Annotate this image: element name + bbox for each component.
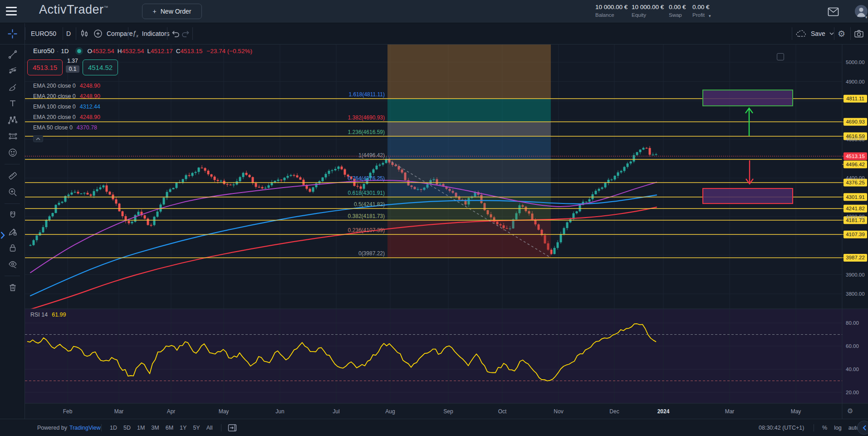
eye-hide-icon[interactable] (0, 256, 25, 272)
market-status-dot[interactable] (77, 49, 81, 53)
tradingview-link[interactable]: TradingView (69, 425, 101, 431)
undo-button[interactable] (171, 23, 180, 44)
chart-style-button[interactable] (79, 23, 89, 44)
indicator-name: EMA 200 close 0 (33, 93, 76, 99)
account-stat: 0.00 €Swap (669, 4, 686, 18)
chart-checkbox[interactable] (777, 53, 784, 60)
rsi-axis-label: 60.00 (846, 343, 859, 349)
divider (167, 27, 167, 40)
buy-button[interactable]: 4514.52 (83, 59, 118, 75)
spread-value: 0.1 (66, 65, 80, 73)
range-button-3m[interactable]: 3M (151, 425, 159, 431)
avatar-caret-icon[interactable]: ▾ (865, 15, 868, 20)
trend-line-icon[interactable] (0, 46, 25, 63)
lock-icon[interactable] (0, 240, 25, 256)
ohlc-pair: O4532.54 (88, 48, 114, 54)
account-stat: 10 000.00 €Balance (595, 4, 628, 18)
compare-plus-icon (93, 29, 103, 39)
redo-button[interactable] (181, 23, 190, 44)
price-axis-badge-text: 4690.93 (846, 119, 865, 124)
indicator-row[interactable]: EMA 200 close 04248.90 (33, 112, 252, 122)
price-axis-badge-text: 4616.59 (846, 134, 865, 139)
new-order-button[interactable]: +New Order (142, 4, 202, 19)
divider (850, 27, 851, 40)
rsi-legend[interactable]: RSI 14 61.99 (30, 312, 66, 318)
fx-icon: ƒx (132, 29, 138, 38)
indicator-name: EMA 200 close 0 (33, 114, 76, 120)
indicator-value: 4248.90 (80, 114, 100, 120)
indicator-row[interactable]: EMA 200 close 04248.90 (33, 80, 252, 91)
panel-expand-chevron[interactable] (0, 229, 6, 241)
magnet-icon[interactable] (0, 207, 25, 223)
indicator-name: EMA 100 close 0 (33, 104, 76, 110)
brush-icon[interactable] (0, 79, 25, 95)
indicator-row[interactable]: EMA 200 close 04248.90 (33, 91, 252, 101)
scale-toggle-pct[interactable]: % (822, 425, 827, 431)
settings-gear-icon[interactable]: ⚙ (838, 23, 845, 44)
legend-symbol: Euro50 (33, 47, 54, 54)
forecast-icon[interactable] (0, 128, 25, 144)
collapse-panel-chevron[interactable] (857, 421, 868, 435)
symbol-button[interactable]: EURO50 (31, 23, 56, 44)
time-axis-label: Sep (443, 408, 453, 415)
divider (0, 44, 25, 45)
xabcd-pattern-icon[interactable] (0, 112, 25, 128)
indicator-row[interactable]: EMA 50 close 04370.78 (33, 122, 252, 133)
indicator-name: EMA 200 close 0 (33, 83, 76, 89)
range-button-5d[interactable]: 5D (123, 425, 131, 431)
profit-caret-icon[interactable]: ▾ (709, 14, 711, 18)
fib-retracement-icon[interactable] (0, 63, 25, 79)
time-axis-gear-icon[interactable]: ⚙ (847, 407, 853, 415)
stat-label: Swap (669, 12, 686, 18)
emoji-icon[interactable] (0, 144, 25, 161)
cloud-icon (795, 29, 808, 38)
scale-toggle-log[interactable]: log (834, 425, 842, 431)
resistance-target-box[interactable] (703, 90, 793, 106)
ohlc-pair: C4513.15 (176, 48, 203, 54)
ruler-icon[interactable] (0, 168, 25, 184)
ohlc-values: O4532.54H4532.54L4512.17C4513.15 (88, 48, 206, 54)
symbol-row[interactable]: Euro50 · 1D O4532.54H4532.54L4512.17C451… (33, 47, 252, 55)
range-button-all[interactable]: All (206, 425, 213, 431)
fib-label: 0.236(4107.39) (348, 227, 385, 233)
zoom-in-icon[interactable] (0, 184, 25, 200)
save-button[interactable]: Save (795, 23, 834, 44)
sell-button[interactable]: 4513.15 (27, 59, 63, 75)
trademark: ™ (104, 5, 109, 10)
range-button-5y[interactable]: 5Y (193, 425, 200, 431)
indicator-row[interactable]: EMA 100 close 04312.44 (33, 101, 252, 112)
collapse-legend-button[interactable] (33, 135, 43, 142)
mail-icon[interactable] (828, 7, 839, 18)
stat-label: Balance (595, 12, 628, 18)
indicator-value: 4312.44 (80, 104, 100, 110)
range-button-6m[interactable]: 6M (166, 425, 173, 431)
fib-label: 1(4496.42) (358, 152, 385, 159)
clock[interactable]: 08:30:42 (UTC+1) (759, 419, 804, 436)
ohlc-pair: H4532.54 (118, 48, 144, 54)
range-button-1y[interactable]: 1Y (180, 425, 186, 431)
ohlc-value: 4532.54 (122, 48, 144, 54)
go-to-date-icon[interactable] (228, 419, 237, 436)
divider (5, 203, 20, 204)
compare-button[interactable]: Compare (93, 23, 133, 44)
menu-icon[interactable] (6, 7, 17, 15)
price-axis-badge-text: 3987.22 (846, 255, 865, 260)
support-target-box[interactable] (703, 188, 793, 203)
fib-bands (387, 45, 551, 258)
range-button-1d[interactable]: 1D (110, 425, 117, 431)
time-axis-label: Apr (167, 408, 176, 415)
rsi-axis-label: 40.00 (846, 367, 859, 372)
text-icon[interactable] (0, 95, 25, 112)
range-button-1m[interactable]: 1M (137, 425, 145, 431)
plus-icon: + (153, 8, 157, 15)
indicators-button[interactable]: ƒx Indicators (132, 23, 170, 44)
crosshair-tool[interactable] (0, 23, 25, 44)
stat-value: 0.00 € (692, 4, 710, 10)
camera-icon[interactable] (854, 23, 864, 44)
account-stat: 0.00 €Profit (692, 4, 710, 18)
interval-button[interactable]: D (66, 23, 71, 44)
trash-icon[interactable] (0, 279, 25, 296)
svg-text:5000.00: 5000.00 (846, 59, 865, 65)
divider (63, 27, 63, 40)
ohlc-value: 4513.15 (181, 48, 203, 54)
